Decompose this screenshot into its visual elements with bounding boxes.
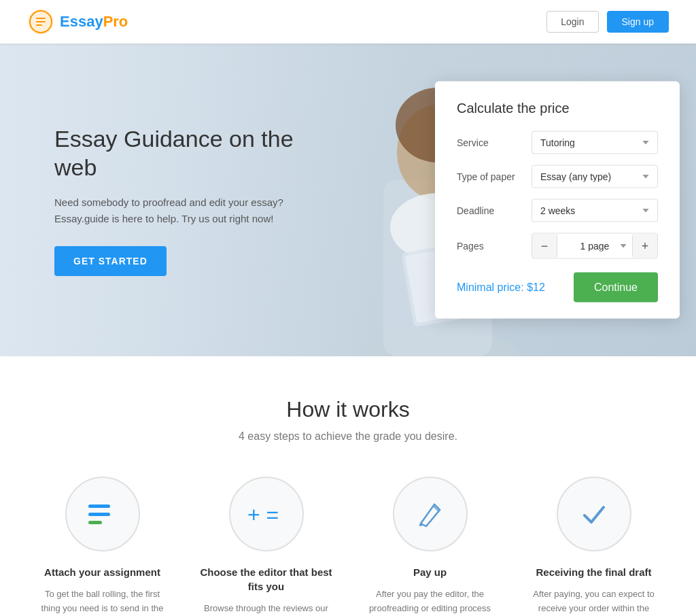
step-3-desc: After you pay the editor, the proofreadi…	[363, 587, 497, 616]
svg-rect-14	[88, 521, 102, 524]
paper-type-label: Type of paper	[457, 171, 532, 182]
step-1-title: Attach your assignment	[44, 565, 160, 579]
steps-grid: Attach your assignment To get the ball r…	[27, 477, 669, 616]
pages-minus-button[interactable]: −	[532, 234, 557, 258]
svg-rect-2	[36, 18, 46, 19]
pages-label: Pages	[457, 241, 532, 252]
deadline-row: Deadline 2 weeks 1 week 3 days 24 hours …	[457, 199, 658, 222]
step-4-icon-circle	[557, 477, 631, 551]
checkmark-icon	[579, 499, 609, 529]
header-actions: Login Sign up	[546, 11, 669, 33]
logo-text: EssayPro	[60, 13, 128, 31]
deadline-select[interactable]: 2 weeks 1 week 3 days 24 hours 12 hours	[532, 199, 658, 222]
signup-button[interactable]: Sign up	[607, 11, 669, 33]
minimal-price: Minimal price: $12	[457, 281, 545, 294]
step-1: Attach your assignment To get the ball r…	[27, 477, 177, 616]
how-it-works-section: How it works 4 easy steps to achieve the…	[0, 356, 696, 616]
hero-subtitle: Need somebody to proofread and edit your…	[54, 194, 326, 227]
step-3: Pay up After you pay the editor, the pro…	[355, 477, 505, 616]
step-2: + = Choose the editor that best fits you…	[191, 477, 341, 616]
svg-rect-13	[88, 513, 110, 516]
continue-button[interactable]: Continue	[574, 273, 658, 303]
calculator-card: Calculate the price Service Tutoring Wri…	[435, 82, 680, 319]
hero-section: Essay Guidance on the web Need somebody …	[0, 44, 696, 356]
hero-title: Essay Guidance on the web	[54, 124, 326, 182]
svg-text:+ =: + =	[247, 502, 279, 527]
list-icon	[86, 500, 120, 528]
service-select[interactable]: Tutoring Writing Editing Proofreading	[532, 131, 658, 154]
svg-rect-4	[36, 24, 42, 26]
pages-plus-button[interactable]: +	[633, 234, 657, 258]
header: EssayPro Login Sign up	[0, 0, 696, 44]
step-4-title: Receiving the final draft	[536, 565, 651, 579]
logo[interactable]: EssayPro	[27, 8, 128, 35]
how-title: How it works	[27, 397, 669, 422]
step-2-icon-circle: + =	[229, 477, 304, 551]
login-button[interactable]: Login	[546, 11, 598, 33]
svg-rect-3	[36, 21, 46, 22]
step-1-desc: To get the ball rolling, the first thing…	[35, 587, 169, 616]
step-2-desc: Browse through the reviews our clients h…	[199, 602, 333, 616]
step-3-icon-circle	[393, 477, 468, 551]
logo-icon	[27, 8, 54, 35]
pages-control: − 1 page 2 pages 3 pages 5 pages +	[532, 233, 658, 259]
deadline-label: Deadline	[457, 205, 532, 216]
paper-type-select[interactable]: Essay (any type) Research Paper Term Pap…	[532, 165, 658, 188]
step-2-title: Choose the editor that best fits you	[199, 565, 333, 594]
hero-content: Essay Guidance on the web Need somebody …	[0, 124, 326, 276]
pages-row: Pages − 1 page 2 pages 3 pages 5 pages +	[457, 233, 658, 259]
get-started-button[interactable]: GET STARTED	[54, 246, 167, 276]
service-label: Service	[457, 137, 532, 148]
formula-icon: + =	[246, 500, 287, 528]
service-row: Service Tutoring Writing Editing Proofre…	[457, 131, 658, 154]
step-3-title: Pay up	[413, 565, 447, 579]
step-4-desc: After paying, you can expect to receive …	[527, 587, 661, 616]
step-4: Receiving the final draft After paying, …	[519, 477, 669, 616]
calculator-footer: Minimal price: $12 Continue	[457, 273, 658, 303]
pages-select[interactable]: 1 page 2 pages 3 pages 5 pages	[557, 235, 633, 257]
how-subtitle: 4 easy steps to achieve the grade you de…	[27, 430, 669, 443]
calculator-title: Calculate the price	[457, 101, 658, 116]
svg-rect-12	[88, 504, 110, 508]
pencil-icon	[415, 499, 445, 529]
paper-type-row: Type of paper Essay (any type) Research …	[457, 165, 658, 188]
step-1-icon-circle	[65, 477, 140, 551]
